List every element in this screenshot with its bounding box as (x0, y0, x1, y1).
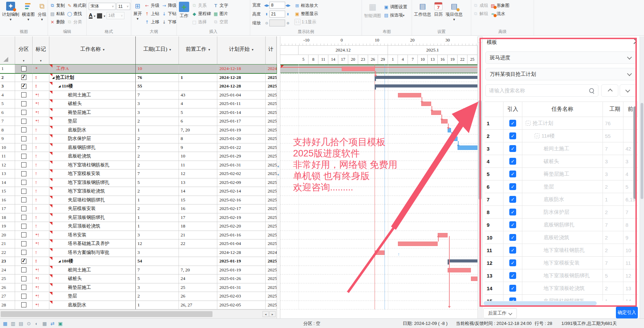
ribbon-button-形象图[interactable]: ▨形象图 (489, 1, 511, 10)
import-checkbox[interactable]: ✓ (509, 297, 516, 301)
column-header-计划开始[interactable]: 计划开始▾ (217, 36, 266, 65)
predecessor-cell[interactable]: 15 (179, 196, 217, 205)
task-name-cell[interactable]: 夹层模板安装 (49, 204, 136, 213)
ribbon-button-流水[interactable]: ≈流水 (489, 10, 511, 18)
start-date-cell[interactable]: 2025-02-14 (217, 187, 266, 196)
predecessor-cell[interactable]: 14 (179, 187, 217, 196)
predecessor-cell[interactable]: 25 (179, 283, 217, 292)
predecessor-cell[interactable]: 26, 27 (179, 301, 217, 310)
task-row-25[interactable]: 25*!破桩头5242025-01-262025 (0, 274, 277, 283)
start-date-cell[interactable]: 2025-01-20 (217, 134, 266, 143)
start-date-cell[interactable]: 2025-02-20 (217, 222, 266, 231)
ribbon-button-粘贴[interactable]: ▤粘贴 (49, 10, 66, 18)
start-date-cell[interactable]: 2025-01-29 (217, 152, 266, 161)
partition-checkbox[interactable] (21, 101, 26, 106)
start-date-cell[interactable]: 2024-12-28 (217, 73, 266, 82)
duration-cell[interactable]: 2 (136, 292, 179, 301)
start-date-cell[interactable]: 2025-02-16 (217, 196, 266, 205)
task-bar-row25[interactable] (471, 277, 477, 281)
partition-checkbox[interactable] (21, 189, 26, 194)
sort-caret-icon[interactable]: ▾ (169, 48, 171, 51)
panel-column-header-任务名称[interactable]: 任务名称 (522, 102, 603, 117)
scroll-right-icon[interactable]: ▸ (269, 311, 276, 317)
import-checkbox[interactable]: ✓ (509, 171, 516, 177)
scroll-up-icon[interactable]: ▲ (478, 36, 482, 43)
partition-checkbox[interactable] (21, 302, 26, 307)
duration-cell[interactable]: 5 (136, 274, 179, 283)
task-row-12[interactable]: 12!地下室墙柱钢筋板扎2112025-01-312025 (0, 161, 277, 170)
partition-checkbox[interactable] (21, 232, 26, 237)
import-checkbox[interactable]: ✓ (509, 234, 516, 241)
post-work-button[interactable]: 后置工作 (483, 308, 517, 318)
start-date-cell[interactable]: 2025-01-04 (217, 91, 266, 100)
import-checkbox[interactable]: ✓ (509, 183, 516, 190)
predecessor-cell[interactable]: 24 (179, 274, 217, 283)
start-date-cell[interactable]: 2025-01-04 (217, 239, 266, 248)
task-row-28[interactable]: 28*!底板防水126, 272025-02-052025 (0, 301, 277, 310)
partition-checkbox[interactable] (21, 215, 26, 220)
summary-bar-row2[interactable] (375, 76, 477, 79)
view-gantt-icon[interactable]: ▥ (10, 320, 16, 327)
panel-column-header-引入[interactable]: 引入 (503, 102, 522, 117)
import-checkbox[interactable]: ✓ (509, 145, 516, 152)
filter-caret-icon[interactable]: ▾ (33, 59, 49, 62)
task-row-3[interactable]: 3!◢11#楼552024-12-282025 (0, 82, 277, 91)
ribbon-button-框选放大[interactable]: ⊞框选放大 (293, 1, 319, 10)
task-name-cell[interactable]: 破桩头 (49, 274, 136, 283)
partition-checkbox[interactable] (21, 267, 26, 272)
start-date-cell[interactable]: 2025-02-02 (217, 169, 266, 178)
duration-cell[interactable]: 2 (136, 152, 179, 161)
panel-column-header-blank[interactable] (485, 102, 503, 117)
predecessor-cell[interactable]: 43 (179, 91, 217, 100)
start-date-cell[interactable]: 2025-01-19 (217, 257, 266, 266)
duration-cell[interactable]: 1 (136, 301, 179, 310)
task-row-24[interactable]: 24*!桩间土施工77, 202025-01-192025 (0, 266, 277, 275)
import-checkbox[interactable]: ✓ (509, 247, 516, 254)
ribbon-button-格式刷[interactable]: ✎格式刷 (66, 1, 87, 10)
search-input[interactable]: 请输入搜索名称 (485, 84, 598, 97)
panel-name-cell[interactable]: 褥垫层施工 (522, 168, 603, 180)
start-date-cell[interactable]: 2025-02-17 (217, 204, 266, 213)
collapse-triangle-icon[interactable]: ◢ (52, 76, 54, 79)
start-date-cell[interactable]: 2025-01-19 (217, 266, 266, 275)
task-bar-row10[interactable] (458, 145, 477, 150)
duration-cell[interactable]: 1 (136, 196, 179, 205)
panel-name-cell[interactable]: −抢工计划 (522, 117, 603, 130)
ribbon-button-升级[interactable]: ←升级 (143, 1, 160, 10)
duration-cell[interactable]: 1 (136, 222, 179, 231)
ribbon-button-上移[interactable]: ↑上移 (143, 18, 160, 26)
partition-checkbox[interactable] (21, 276, 26, 281)
task-row-4[interactable]: 4*!桩间土施工7432025-01-042025 (0, 91, 277, 100)
duration-cell[interactable]: 1 (136, 126, 179, 135)
scrollbar-thumb[interactable] (1, 311, 212, 317)
import-checkbox[interactable]: ✓ (509, 196, 516, 203)
task-bar-row24[interactable] (448, 268, 471, 272)
duration-cell[interactable]: 54 (136, 257, 179, 266)
task-row-13[interactable]: 13!地下室模板安装7122025-02-022025 (0, 169, 277, 178)
import-checkbox[interactable]: ✓ (509, 132, 516, 139)
task-name-cell[interactable]: 褥垫层施工 (49, 108, 136, 117)
duration-cell[interactable]: 5 (136, 178, 179, 187)
task-row-27[interactable]: 27*!垫层2262025-02-032025 (0, 292, 277, 301)
panel-name-cell[interactable]: 防水保护层 (522, 206, 603, 219)
scroll-left-icon[interactable]: ◂ (263, 311, 269, 317)
start-date-cell[interactable]: 2024-12-18 (217, 65, 266, 73)
duration-cell[interactable]: 10 (136, 65, 179, 73)
task-name-cell[interactable]: 地下室顶板钢筋绑扎 (49, 178, 136, 187)
task-name-cell[interactable]: 工作A (49, 65, 136, 73)
task-row-10[interactable]: 10!底板钢筋绑扎792025-01-222025 (0, 143, 277, 152)
ribbon-button-项目信息[interactable]: ▤项目信息▼ (444, 1, 464, 21)
start-date-cell[interactable]: 2025-02-05 (217, 301, 266, 310)
panel-name-cell[interactable]: 底板砼浇筑 (522, 231, 603, 244)
column-header-corner[interactable] (0, 36, 15, 65)
ribbon-button-里程碑[interactable]: ◆里程碑 (191, 10, 212, 18)
select-all-corner-icon[interactable] (3, 57, 8, 62)
import-checkbox[interactable]: ✓ (509, 259, 516, 266)
duration-cell[interactable]: 7 (136, 169, 179, 178)
gantt-vertical-scrollbar[interactable]: ▲ (477, 36, 482, 318)
column-header-计[interactable]: 计 (266, 36, 277, 65)
partition-checkbox[interactable] (21, 259, 26, 264)
partition-checkbox[interactable] (21, 127, 26, 132)
task-name-cell[interactable]: 桩间土施工 (49, 91, 136, 100)
search-next-button[interactable] (620, 84, 637, 97)
